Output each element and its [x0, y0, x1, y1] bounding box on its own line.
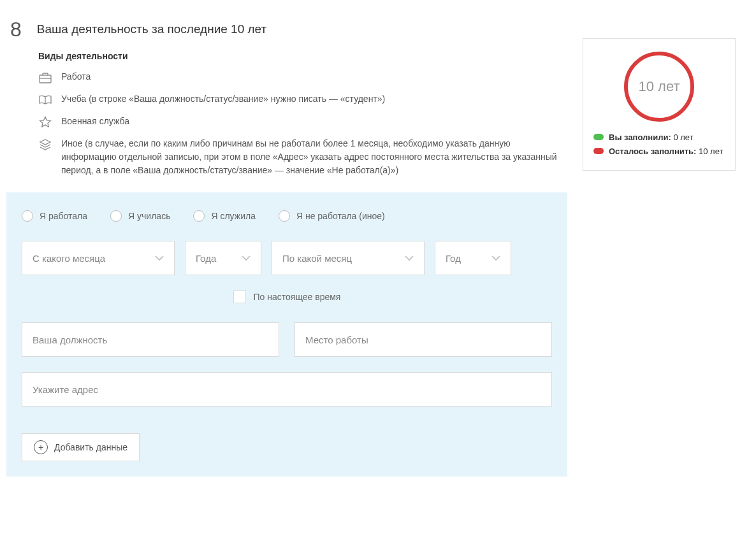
activity-other: Иное (в случае, если по каким либо причи…	[38, 137, 567, 177]
workplace-input[interactable]: Место работы	[294, 322, 552, 357]
remain-line: Осталось заполнить: 10 лет	[593, 146, 725, 157]
to-year-select[interactable]: Год	[435, 241, 511, 275]
plus-icon: +	[34, 440, 48, 454]
activity-military: Военная служба	[38, 115, 567, 129]
workplace-placeholder: Место работы	[305, 334, 368, 345]
position-placeholder: Ваша должность	[33, 334, 107, 345]
present-checkbox[interactable]	[233, 291, 246, 303]
radio-studied[interactable]: Я училась	[110, 210, 170, 222]
from-month-select[interactable]: С какого месяца	[22, 241, 175, 275]
chevron-down-icon	[242, 255, 251, 261]
to-month-select[interactable]: По какой месяц	[272, 241, 425, 275]
chevron-down-icon	[491, 255, 500, 261]
chevron-down-icon	[155, 255, 164, 261]
chevron-down-icon	[405, 255, 414, 261]
radio-icon	[193, 210, 205, 222]
activity-work: Работа	[38, 70, 567, 85]
radio-served[interactable]: Я служила	[193, 210, 255, 222]
book-icon	[38, 93, 52, 107]
step-number: 8	[10, 19, 22, 40]
add-data-label: Добавить данные	[54, 442, 127, 452]
from-month-placeholder: С какого месяца	[33, 253, 105, 264]
svg-rect-0	[40, 75, 51, 83]
layers-icon	[38, 138, 52, 152]
radio-icon	[22, 210, 33, 222]
progress-ring-text: 10 лет	[638, 78, 680, 95]
briefcase-icon	[38, 71, 52, 85]
address-placeholder: Укажите адрес	[33, 384, 98, 395]
remain-label: Осталось заполнить:	[609, 147, 696, 156]
radio-worked[interactable]: Я работала	[22, 210, 87, 222]
from-year-placeholder: Года	[196, 253, 216, 264]
add-data-button[interactable]: + Добавить данные	[22, 433, 140, 461]
address-input[interactable]: Укажите адрес	[22, 372, 552, 406]
filled-label: Вы заполнили:	[609, 133, 671, 142]
star-icon	[38, 115, 52, 129]
legend-red-pill	[593, 148, 604, 154]
progress-card: 10 лет Вы заполнили: 0 лет Осталось запо…	[583, 38, 736, 171]
filled-value: 0 лет	[673, 133, 693, 142]
radio-icon	[110, 210, 122, 222]
to-month-placeholder: По какой месяц	[282, 253, 352, 264]
radio-studied-label: Я училась	[128, 211, 170, 221]
from-year-select[interactable]: Года	[185, 241, 261, 275]
progress-ring: 10 лет	[624, 52, 694, 122]
remain-value: 10 лет	[699, 147, 723, 156]
radio-served-label: Я служила	[211, 211, 255, 221]
activity-study: Учеба (в строке «Ваша должность/статус/з…	[38, 92, 567, 107]
to-year-placeholder: Год	[446, 253, 461, 264]
activity-form: Я работала Я училась Я служила Я не рабо…	[6, 192, 567, 477]
radio-worked-label: Я работала	[40, 211, 87, 221]
filled-line: Вы заполнили: 0 лет	[593, 132, 725, 143]
section-title: Ваша деятельность за последние 10 лет	[37, 22, 266, 36]
activity-study-text: Учеба (в строке «Ваша должность/статус/з…	[61, 92, 385, 106]
radio-icon	[279, 210, 290, 222]
activity-work-text: Работа	[61, 70, 91, 83]
legend-green-pill	[593, 134, 604, 140]
radio-none[interactable]: Я не работала (иное)	[279, 210, 385, 222]
radio-none-label: Я не работала (иное)	[296, 211, 385, 221]
present-label: По настоящее время	[254, 292, 341, 302]
position-input[interactable]: Ваша должность	[22, 322, 279, 357]
activities-heading: Виды деятельности	[38, 51, 567, 61]
activity-other-text: Иное (в случае, если по каким либо причи…	[61, 137, 558, 177]
activity-military-text: Военная служба	[61, 115, 129, 128]
